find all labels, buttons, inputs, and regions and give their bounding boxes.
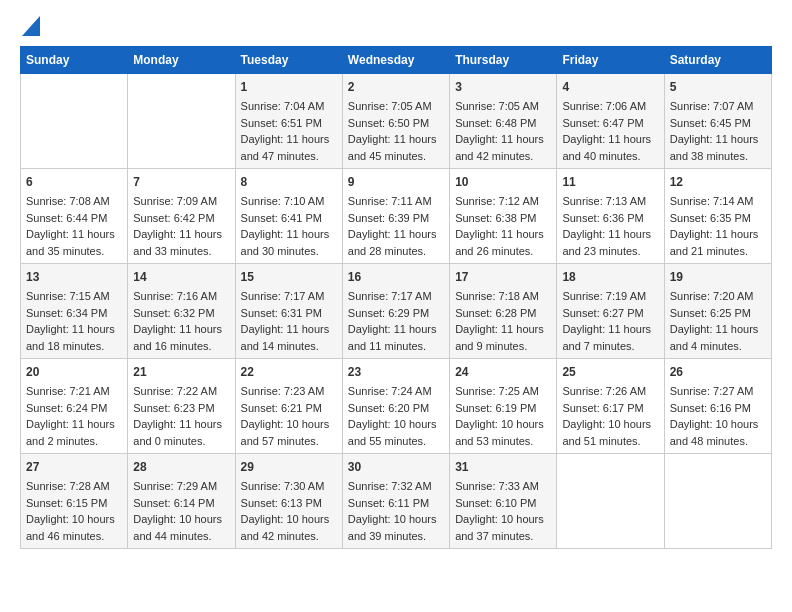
day-info-line: Daylight: 11 hours and 45 minutes.: [348, 131, 444, 164]
calendar-cell: 28Sunrise: 7:29 AMSunset: 6:14 PMDayligh…: [128, 454, 235, 549]
day-info-line: Daylight: 11 hours and 35 minutes.: [26, 226, 122, 259]
day-info-line: Daylight: 10 hours and 48 minutes.: [670, 416, 766, 449]
day-info-line: Sunset: 6:41 PM: [241, 210, 337, 227]
day-number: 12: [670, 173, 766, 191]
day-info-line: Sunset: 6:39 PM: [348, 210, 444, 227]
day-number: 28: [133, 458, 229, 476]
calendar-cell: 11Sunrise: 7:13 AMSunset: 6:36 PMDayligh…: [557, 169, 664, 264]
day-info-line: Daylight: 10 hours and 44 minutes.: [133, 511, 229, 544]
day-number: 30: [348, 458, 444, 476]
day-info-line: Daylight: 10 hours and 55 minutes.: [348, 416, 444, 449]
day-info-line: Sunset: 6:48 PM: [455, 115, 551, 132]
day-info-line: Sunrise: 7:24 AM: [348, 383, 444, 400]
day-info-line: Sunset: 6:36 PM: [562, 210, 658, 227]
day-info-line: Daylight: 11 hours and 38 minutes.: [670, 131, 766, 164]
day-info-line: Sunrise: 7:20 AM: [670, 288, 766, 305]
header-cell-sunday: Sunday: [21, 47, 128, 74]
calendar-cell: [664, 454, 771, 549]
calendar-cell: 13Sunrise: 7:15 AMSunset: 6:34 PMDayligh…: [21, 264, 128, 359]
header-cell-thursday: Thursday: [450, 47, 557, 74]
week-row-3: 13Sunrise: 7:15 AMSunset: 6:34 PMDayligh…: [21, 264, 772, 359]
day-info-line: Sunset: 6:20 PM: [348, 400, 444, 417]
day-number: 14: [133, 268, 229, 286]
day-info-line: Daylight: 11 hours and 21 minutes.: [670, 226, 766, 259]
day-info-line: Daylight: 10 hours and 46 minutes.: [26, 511, 122, 544]
calendar-cell: 2Sunrise: 7:05 AMSunset: 6:50 PMDaylight…: [342, 74, 449, 169]
calendar-cell: 19Sunrise: 7:20 AMSunset: 6:25 PMDayligh…: [664, 264, 771, 359]
day-info-line: Sunset: 6:21 PM: [241, 400, 337, 417]
svg-marker-0: [22, 16, 40, 36]
header-cell-tuesday: Tuesday: [235, 47, 342, 74]
day-number: 27: [26, 458, 122, 476]
day-info-line: Sunset: 6:13 PM: [241, 495, 337, 512]
day-info-line: Sunrise: 7:23 AM: [241, 383, 337, 400]
day-info-line: Sunset: 6:42 PM: [133, 210, 229, 227]
day-info-line: Daylight: 11 hours and 23 minutes.: [562, 226, 658, 259]
header-cell-wednesday: Wednesday: [342, 47, 449, 74]
day-info-line: Daylight: 11 hours and 2 minutes.: [26, 416, 122, 449]
calendar-cell: 27Sunrise: 7:28 AMSunset: 6:15 PMDayligh…: [21, 454, 128, 549]
day-info-line: Sunrise: 7:29 AM: [133, 478, 229, 495]
day-number: 5: [670, 78, 766, 96]
week-row-4: 20Sunrise: 7:21 AMSunset: 6:24 PMDayligh…: [21, 359, 772, 454]
day-info-line: Sunrise: 7:21 AM: [26, 383, 122, 400]
day-info-line: Sunset: 6:29 PM: [348, 305, 444, 322]
day-number: 22: [241, 363, 337, 381]
header: [20, 20, 772, 36]
calendar-cell: 21Sunrise: 7:22 AMSunset: 6:23 PMDayligh…: [128, 359, 235, 454]
day-info-line: Daylight: 11 hours and 11 minutes.: [348, 321, 444, 354]
day-info-line: Sunset: 6:45 PM: [670, 115, 766, 132]
day-info-line: Sunset: 6:35 PM: [670, 210, 766, 227]
day-number: 6: [26, 173, 122, 191]
day-number: 31: [455, 458, 551, 476]
calendar-cell: 10Sunrise: 7:12 AMSunset: 6:38 PMDayligh…: [450, 169, 557, 264]
day-number: 18: [562, 268, 658, 286]
calendar-cell: 20Sunrise: 7:21 AMSunset: 6:24 PMDayligh…: [21, 359, 128, 454]
calendar-cell: [128, 74, 235, 169]
day-number: 17: [455, 268, 551, 286]
day-number: 20: [26, 363, 122, 381]
day-info-line: Daylight: 11 hours and 40 minutes.: [562, 131, 658, 164]
day-number: 11: [562, 173, 658, 191]
day-info-line: Sunrise: 7:12 AM: [455, 193, 551, 210]
calendar-cell: 26Sunrise: 7:27 AMSunset: 6:16 PMDayligh…: [664, 359, 771, 454]
day-info-line: Sunset: 6:31 PM: [241, 305, 337, 322]
day-number: 16: [348, 268, 444, 286]
day-number: 4: [562, 78, 658, 96]
day-info-line: Sunrise: 7:17 AM: [241, 288, 337, 305]
calendar-cell: 5Sunrise: 7:07 AMSunset: 6:45 PMDaylight…: [664, 74, 771, 169]
calendar-cell: 15Sunrise: 7:17 AMSunset: 6:31 PMDayligh…: [235, 264, 342, 359]
week-row-5: 27Sunrise: 7:28 AMSunset: 6:15 PMDayligh…: [21, 454, 772, 549]
day-info-line: Sunset: 6:50 PM: [348, 115, 444, 132]
day-info-line: Sunset: 6:34 PM: [26, 305, 122, 322]
day-info-line: Sunrise: 7:30 AM: [241, 478, 337, 495]
day-number: 13: [26, 268, 122, 286]
day-info-line: Daylight: 11 hours and 47 minutes.: [241, 131, 337, 164]
day-info-line: Sunset: 6:28 PM: [455, 305, 551, 322]
day-info-line: Sunrise: 7:28 AM: [26, 478, 122, 495]
header-cell-monday: Monday: [128, 47, 235, 74]
day-info-line: Sunrise: 7:05 AM: [348, 98, 444, 115]
day-info-line: Daylight: 11 hours and 42 minutes.: [455, 131, 551, 164]
day-info-line: Sunset: 6:38 PM: [455, 210, 551, 227]
day-info-line: Sunset: 6:17 PM: [562, 400, 658, 417]
calendar-cell: 22Sunrise: 7:23 AMSunset: 6:21 PMDayligh…: [235, 359, 342, 454]
week-row-1: 1Sunrise: 7:04 AMSunset: 6:51 PMDaylight…: [21, 74, 772, 169]
day-info-line: Sunrise: 7:19 AM: [562, 288, 658, 305]
day-info-line: Sunset: 6:19 PM: [455, 400, 551, 417]
day-number: 21: [133, 363, 229, 381]
calendar-cell: 24Sunrise: 7:25 AMSunset: 6:19 PMDayligh…: [450, 359, 557, 454]
day-number: 25: [562, 363, 658, 381]
day-info-line: Daylight: 10 hours and 42 minutes.: [241, 511, 337, 544]
day-info-line: Sunset: 6:47 PM: [562, 115, 658, 132]
calendar-cell: 23Sunrise: 7:24 AMSunset: 6:20 PMDayligh…: [342, 359, 449, 454]
day-info-line: Daylight: 10 hours and 37 minutes.: [455, 511, 551, 544]
day-info-line: Sunrise: 7:22 AM: [133, 383, 229, 400]
day-info-line: Daylight: 11 hours and 14 minutes.: [241, 321, 337, 354]
day-info-line: Sunrise: 7:05 AM: [455, 98, 551, 115]
day-number: 24: [455, 363, 551, 381]
calendar-cell: 18Sunrise: 7:19 AMSunset: 6:27 PMDayligh…: [557, 264, 664, 359]
day-number: 1: [241, 78, 337, 96]
calendar-cell: 17Sunrise: 7:18 AMSunset: 6:28 PMDayligh…: [450, 264, 557, 359]
day-info-line: Sunrise: 7:08 AM: [26, 193, 122, 210]
